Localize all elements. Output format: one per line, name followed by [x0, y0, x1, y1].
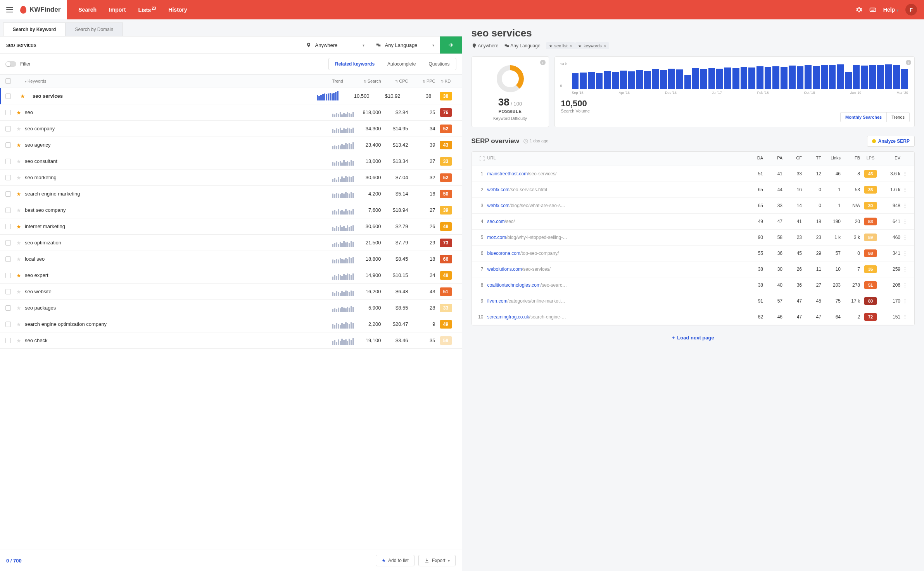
table-row[interactable]: ★ seo optimization 21,500 $7.79 29 73: [0, 235, 462, 251]
row-checkbox[interactable]: [5, 322, 11, 327]
table-row[interactable]: ★ seo check 19,100 $3.46 35 59: [0, 332, 462, 349]
serp-url[interactable]: bluecorona.com/top-seo-company/: [487, 251, 744, 256]
table-row[interactable]: ★ seo services 10,500 $10.92 38 38: [0, 88, 462, 104]
filter-toggle[interactable]: [5, 61, 16, 67]
table-row[interactable]: ★ seo 918,000 $2.84 25 76: [0, 104, 462, 121]
kebab-icon[interactable]: ⋮: [900, 219, 910, 224]
table-row[interactable]: ★ local seo 18,800 $8.45 18 66: [0, 251, 462, 267]
kebab-icon[interactable]: ⋮: [900, 171, 910, 176]
list-chip[interactable]: ★seo list ×: [546, 42, 575, 49]
logo[interactable]: KWFinder: [0, 0, 67, 19]
analyze-serp-button[interactable]: Analyze SERP: [867, 136, 915, 147]
star-icon[interactable]: ★: [16, 272, 21, 279]
tab-trends[interactable]: Trends: [887, 112, 909, 122]
kebab-icon[interactable]: ⋮: [900, 203, 910, 208]
row-checkbox[interactable]: [5, 273, 11, 278]
load-next-page-button[interactable]: +Load next page: [471, 325, 915, 350]
row-checkbox[interactable]: [5, 208, 11, 213]
tab-autocomplete[interactable]: Autocomplete: [381, 58, 422, 70]
info-icon[interactable]: i: [906, 60, 911, 65]
star-icon[interactable]: ★: [16, 191, 21, 197]
table-row[interactable]: ★ seo consultant 13,000 $13.34 27 33: [0, 153, 462, 170]
star-icon[interactable]: ★: [16, 126, 21, 132]
info-icon[interactable]: i: [540, 60, 546, 65]
select-all-checkbox[interactable]: [5, 78, 11, 84]
serp-url[interactable]: webfx.com/blog/seo/what-are-seo-s…: [487, 203, 744, 208]
language-select[interactable]: Any Language▾: [370, 36, 440, 54]
star-icon[interactable]: ★: [20, 93, 25, 99]
tab-related[interactable]: Related keywords: [329, 58, 381, 70]
expand-icon[interactable]: ⛶: [477, 156, 487, 162]
table-row[interactable]: ★ search engine optimization company 2,2…: [0, 316, 462, 332]
star-icon[interactable]: ★: [16, 289, 21, 295]
nav-lists[interactable]: Lists23: [132, 6, 162, 13]
serp-url[interactable]: fiverr.com/categories/online-marketi…: [487, 298, 744, 304]
table-row[interactable]: ★ seo packages 5,900 $8.55 28 33: [0, 300, 462, 316]
nav-search[interactable]: Search: [72, 7, 103, 13]
location-select[interactable]: Anywhere▾: [301, 36, 370, 54]
row-checkbox[interactable]: [5, 159, 11, 164]
row-checkbox[interactable]: [5, 338, 11, 343]
table-row[interactable]: ★ seo agency 23,400 $13.42 39 43: [0, 137, 462, 153]
star-icon[interactable]: ★: [16, 207, 21, 213]
close-icon[interactable]: ×: [604, 43, 606, 48]
serp-url[interactable]: webolutions.com/seo-services/: [487, 266, 744, 272]
row-checkbox[interactable]: [5, 305, 11, 311]
star-icon[interactable]: ★: [16, 223, 21, 230]
keyboard-icon[interactable]: [869, 6, 876, 13]
serp-url[interactable]: screamingfrog.co.uk/search-engine-…: [487, 314, 744, 320]
table-row[interactable]: ★ seo marketing 30,600 $7.04 32 52: [0, 170, 462, 186]
col-search[interactable]: ⇅Search: [354, 79, 381, 83]
row-checkbox[interactable]: [5, 289, 11, 294]
table-row[interactable]: ★ seo company 34,300 $14.95 34 52: [0, 121, 462, 137]
nav-history[interactable]: History: [162, 7, 193, 13]
table-row[interactable]: ★ seo expert 14,900 $10.15 24 48: [0, 267, 462, 284]
star-icon[interactable]: ★: [16, 175, 21, 181]
row-checkbox[interactable]: [5, 93, 11, 99]
export-button[interactable]: Export▾: [418, 555, 456, 566]
tab-search-domain[interactable]: Search by Domain: [65, 22, 123, 36]
row-checkbox[interactable]: [5, 175, 11, 180]
serp-url[interactable]: mainstreethost.com/seo-services/: [487, 171, 744, 176]
col-cpc[interactable]: ⇅CPC: [381, 79, 408, 83]
star-icon[interactable]: ★: [16, 158, 21, 164]
star-icon[interactable]: ★: [16, 337, 21, 344]
star-icon[interactable]: ★: [16, 321, 21, 327]
row-checkbox[interactable]: [5, 240, 11, 246]
help-menu[interactable]: Help ▾: [883, 7, 898, 13]
add-to-list-button[interactable]: ★Add to list: [376, 555, 415, 566]
kebab-icon[interactable]: ⋮: [900, 251, 910, 256]
kebab-icon[interactable]: ⋮: [900, 266, 910, 272]
table-row[interactable]: ★ search engine marketing 4,200 $5.14 16…: [0, 186, 462, 202]
avatar[interactable]: F: [905, 4, 917, 16]
serp-url[interactable]: moz.com/blog/why-i-stopped-selling-…: [487, 235, 744, 240]
col-keywords[interactable]: ▾Keywords: [25, 79, 332, 83]
row-checkbox[interactable]: [5, 110, 11, 115]
col-trend[interactable]: Trend: [332, 79, 354, 83]
kebab-icon[interactable]: ⋮: [900, 235, 910, 240]
nav-import[interactable]: Import: [103, 7, 132, 13]
search-button[interactable]: [440, 36, 462, 54]
gear-icon[interactable]: [855, 6, 862, 13]
row-checkbox[interactable]: [5, 256, 11, 262]
tab-search-keyword[interactable]: Search by Keyword: [3, 22, 66, 36]
keyword-input[interactable]: [0, 36, 301, 54]
kebab-icon[interactable]: ⋮: [900, 298, 910, 304]
col-ppc[interactable]: ⇅PPC: [408, 79, 435, 83]
serp-url[interactable]: coalitiontechnologies.com/seo-searc…: [487, 282, 744, 288]
close-icon[interactable]: ×: [570, 43, 572, 48]
serp-url[interactable]: webfx.com/seo-services.html: [487, 187, 744, 192]
row-checkbox[interactable]: [5, 142, 11, 148]
list-chip[interactable]: ★keywords ×: [575, 42, 609, 49]
tab-questions[interactable]: Questions: [422, 58, 456, 70]
kebab-icon[interactable]: ⋮: [900, 187, 910, 192]
star-icon[interactable]: ★: [16, 240, 21, 246]
star-icon[interactable]: ★: [16, 256, 21, 262]
table-row[interactable]: ★ internet marketing 30,600 $2.79 26 48: [0, 218, 462, 235]
star-icon[interactable]: ★: [16, 142, 21, 148]
kebab-icon[interactable]: ⋮: [900, 282, 910, 288]
table-row[interactable]: ★ seo website 16,200 $6.48 43 51: [0, 284, 462, 300]
menu-icon[interactable]: [6, 7, 13, 12]
kebab-icon[interactable]: ⋮: [900, 314, 910, 320]
row-checkbox[interactable]: [5, 191, 11, 197]
